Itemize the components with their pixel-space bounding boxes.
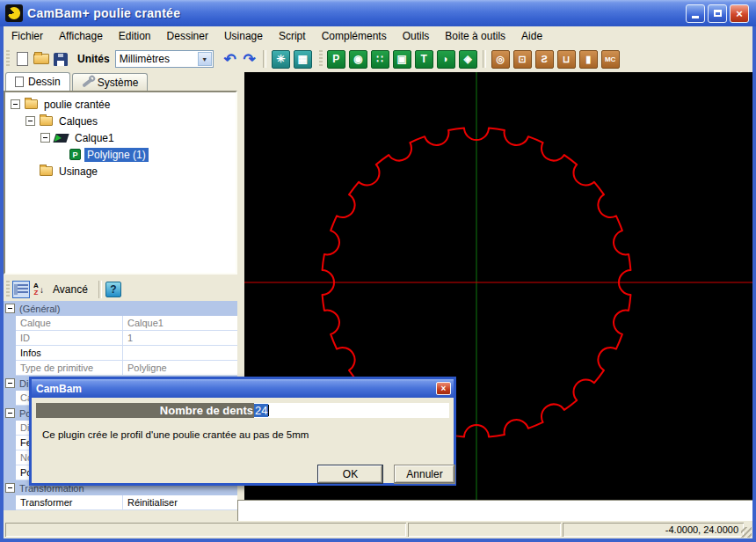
property-row-type-de-primitive[interactable]: Type de primitivePolyligne: [4, 361, 237, 376]
title-bar[interactable]: CamBam+ poulie crantée ×: [0, 0, 756, 26]
cam-nc-icon[interactable]: MC: [601, 50, 620, 69]
property-name: Transformer: [16, 495, 123, 510]
tab-dessin[interactable]: Dessin: [5, 72, 70, 91]
folder-icon: [25, 99, 38, 109]
section-expander-icon[interactable]: [5, 408, 15, 418]
cam-lathe-icon[interactable]: ▮: [579, 50, 598, 69]
units-label: Unités: [77, 53, 110, 65]
toolbar-separator: [98, 281, 102, 298]
section-expander-icon[interactable]: [5, 483, 15, 493]
tree-expander-icon[interactable]: [40, 133, 50, 143]
cursor-coordinates: -4.0000, 24.0000: [665, 524, 738, 535]
menu-item-outils[interactable]: Outils: [395, 27, 438, 45]
status-panel-middle: [408, 523, 561, 537]
units-combobox[interactable]: Millimètres ▼: [115, 50, 214, 68]
menu-item-affichage[interactable]: Affichage: [51, 27, 111, 45]
draw-circle-icon[interactable]: ◉: [349, 50, 367, 69]
menu-item-dessiner[interactable]: Dessiner: [159, 27, 216, 45]
panel-tabs: DessinSystème: [5, 72, 148, 91]
teeth-count-label: Nombre de dents: [36, 403, 254, 418]
tree-expander-icon[interactable]: [25, 116, 35, 126]
properties-toolbar: AZ↓ Avancé ?: [4, 278, 237, 301]
undo-icon[interactable]: ↶: [221, 49, 240, 69]
draw-rectangle-icon[interactable]: ▣: [393, 50, 411, 69]
advanced-button[interactable]: Avancé: [53, 283, 88, 296]
toolbar-separator: [263, 50, 266, 68]
section-expander-icon[interactable]: [5, 378, 15, 388]
property-row-margin: [4, 331, 16, 346]
redo-icon[interactable]: ↷: [240, 49, 259, 69]
property-value[interactable]: 1: [123, 331, 237, 346]
categorized-view-icon[interactable]: [12, 281, 30, 298]
maximize-button[interactable]: [708, 4, 727, 23]
toolbar-grip[interactable]: [6, 50, 10, 68]
snap-to-grid-icon[interactable]: ✳: [272, 50, 290, 69]
menu-item-usinage[interactable]: Usinage: [216, 27, 271, 45]
property-row-id[interactable]: ID1: [4, 331, 237, 346]
cancel-button[interactable]: Annuler: [394, 465, 455, 484]
minimize-button[interactable]: [686, 4, 705, 23]
cam-profile-icon[interactable]: ◎: [491, 50, 510, 69]
menu-item-complements[interactable]: Compléments: [314, 27, 395, 45]
ok-button[interactable]: OK: [317, 465, 383, 484]
cam-pocket-icon[interactable]: ⊡: [513, 50, 532, 69]
menu-item-boite-a-outils[interactable]: Boite à outils: [437, 27, 513, 45]
tree-item-polyligne-1[interactable]: PPolyligne (1): [5, 146, 236, 163]
tree-item-calque1[interactable]: Calque1: [5, 129, 236, 146]
property-value[interactable]: [123, 346, 237, 361]
menu-item-edition[interactable]: Edition: [111, 27, 159, 45]
property-value[interactable]: Réinitialiser: [123, 495, 237, 510]
dialog-close-icon[interactable]: ×: [436, 382, 451, 395]
tab-label: Dessin: [28, 76, 61, 88]
menu-item-fichier[interactable]: Fichier: [4, 27, 51, 45]
section-expander-icon[interactable]: [5, 304, 15, 313]
cam-engrave-icon[interactable]: Ƨ: [535, 50, 554, 69]
draw-arc-icon[interactable]: ◗: [437, 50, 455, 69]
show-grid-icon[interactable]: ▦: [294, 50, 312, 69]
toolbar-grip[interactable]: [6, 281, 10, 298]
selected-text: 24: [254, 404, 268, 417]
property-section-general[interactable]: (Général): [4, 301, 237, 316]
dialog-title-bar[interactable]: CamBam ×: [32, 379, 454, 398]
property-value[interactable]: Calque1: [123, 316, 237, 331]
wrench-icon: [82, 77, 93, 87]
property-value[interactable]: Polyligne: [123, 361, 237, 376]
help-icon[interactable]: ?: [105, 282, 121, 297]
toolbar-grip[interactable]: [319, 50, 323, 68]
draw-surface-icon[interactable]: ◈: [459, 50, 477, 69]
menu-item-aide[interactable]: Aide: [513, 27, 550, 45]
tab-systeme[interactable]: Système: [72, 73, 149, 91]
cam-drill-icon[interactable]: ⊔: [557, 50, 576, 69]
menu-bar: FichierAffichageEditionDessinerUsinageSc…: [4, 26, 752, 47]
window-title: CamBam+ poulie crantée: [27, 6, 180, 20]
units-value: Millimètres: [116, 53, 198, 65]
property-row-calque[interactable]: CalqueCalque1: [4, 316, 237, 331]
status-bar: -4.0000, 24.0000: [4, 521, 752, 538]
draw-points-icon[interactable]: ∷: [371, 50, 389, 69]
new-file-icon[interactable]: [12, 49, 32, 69]
tree-item-label: Calques: [56, 114, 100, 128]
draw-text-icon[interactable]: T: [415, 50, 433, 69]
text-caret: [268, 405, 269, 416]
tree-expander-icon[interactable]: [11, 99, 20, 109]
tree-item-usinage[interactable]: Usinage: [5, 163, 236, 179]
close-button[interactable]: ×: [730, 4, 749, 23]
teeth-count-input[interactable]: 24: [254, 403, 449, 418]
tree-item-calques[interactable]: Calques: [5, 113, 236, 129]
alphabetical-sort-icon[interactable]: AZ↓: [30, 281, 47, 298]
property-row-transformer[interactable]: TransformerRéinitialiser: [4, 495, 237, 510]
save-file-icon[interactable]: [51, 49, 70, 69]
menu-item-script[interactable]: Script: [271, 27, 314, 45]
property-name: Calque: [16, 316, 123, 331]
chevron-down-icon[interactable]: ▼: [198, 52, 212, 66]
property-section-label: Di: [19, 378, 28, 389]
tree-item-poulie-crantee[interactable]: poulie crantée: [5, 96, 236, 113]
draw-polyline-icon[interactable]: P: [327, 50, 345, 69]
resize-grip[interactable]: [741, 527, 752, 538]
open-file-icon[interactable]: [32, 49, 51, 69]
property-name: ID: [16, 331, 123, 346]
tree-item-label: Usinage: [56, 165, 100, 179]
status-panel-left: [5, 523, 406, 537]
property-row-infos[interactable]: Infos: [4, 346, 237, 361]
toolbar-separator: [483, 50, 486, 68]
